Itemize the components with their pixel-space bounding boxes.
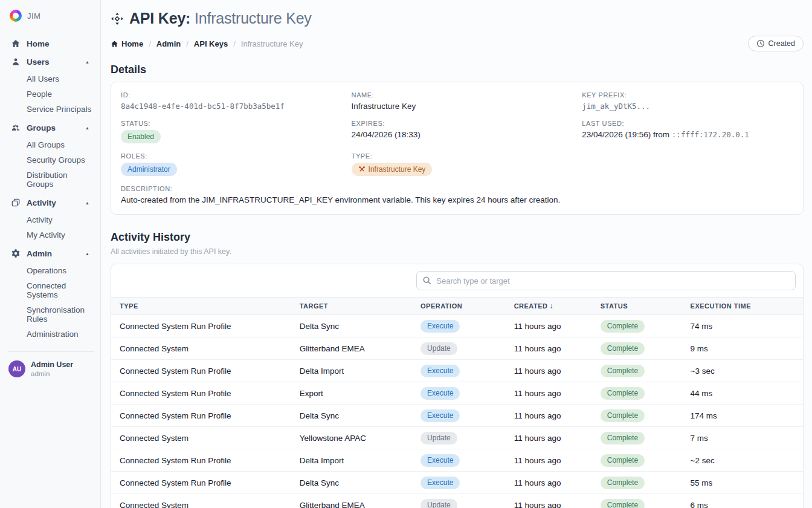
operation-badge: Execute: [420, 320, 460, 333]
sidebar-item-administration[interactable]: Administration: [8, 327, 94, 342]
table-row[interactable]: Connected System Run ProfileDelta Import…: [111, 449, 803, 472]
cell-target: Delta Sync: [291, 472, 412, 494]
cell-target: Delta Import: [291, 449, 412, 472]
key-prefix-value: jim_ak_yDtK5...: [582, 102, 793, 111]
table-row[interactable]: Connected System Run ProfileExportExecut…: [111, 382, 803, 405]
sidebar-item-people[interactable]: People: [8, 86, 94, 102]
cell-type: Connected System Run Profile: [111, 315, 291, 337]
breadcrumb-admin[interactable]: Admin: [156, 39, 181, 48]
breadcrumb: Home / Admin / API Keys / Infrastructure…: [111, 39, 303, 48]
cell-status: Complete: [592, 472, 682, 494]
details-heading: Details: [111, 63, 804, 76]
column-header-operation[interactable]: Operation: [412, 298, 506, 315]
cell-operation: Execute: [412, 382, 506, 405]
sidebar-item-all-users[interactable]: All Users: [8, 71, 94, 86]
move-arrows-icon: [111, 12, 124, 25]
cell-created: 11 hours ago: [506, 315, 592, 337]
breadcrumb-api-keys[interactable]: API Keys: [194, 39, 228, 48]
search-icon: [422, 276, 431, 285]
table-row[interactable]: Connected SystemYellowstone APACUpdate11…: [111, 427, 803, 449]
column-header-target[interactable]: Target: [291, 298, 412, 315]
status-badge: Complete: [601, 365, 645, 377]
sidebar-nav: HomeUsers▲All UsersPeopleService Princip…: [8, 35, 94, 344]
cell-type: Connected System Run Profile: [111, 360, 291, 382]
home-icon: [11, 39, 21, 48]
cell-operation: Execute: [412, 405, 506, 427]
cell-target: Delta Sync: [291, 405, 412, 427]
user-icon: [11, 57, 21, 67]
status-badge: Complete: [601, 477, 645, 489]
cell-created: 11 hours ago: [506, 472, 592, 494]
sidebar-item-connected-systems[interactable]: Connected Systems: [8, 278, 94, 302]
role-badge: Administrator: [121, 163, 177, 176]
sidebar-item-activity[interactable]: Activity▲: [8, 194, 94, 211]
cell-execution-time: 55 ms: [682, 472, 803, 494]
cell-status: Complete: [592, 427, 682, 449]
column-header-status[interactable]: Status: [592, 298, 682, 315]
field-key-prefix: KEY PREFIX: jim_ak_yDtK5...: [582, 91, 793, 111]
sidebar-item-activity[interactable]: Activity: [8, 212, 94, 227]
status-badge: Complete: [601, 454, 645, 467]
cell-type: Connected System: [111, 427, 291, 449]
sidebar-item-users[interactable]: Users▲: [8, 53, 94, 70]
sidebar-user[interactable]: AU Admin User admin: [8, 351, 94, 377]
operation-badge: Update: [420, 432, 457, 444]
cell-target: Delta Sync: [291, 315, 412, 337]
cell-target: Delta Import: [291, 360, 412, 382]
sidebar-item-distribution-groups[interactable]: Distribution Groups: [8, 168, 94, 192]
app-name: JIM: [27, 11, 40, 21]
breadcrumb-row: Home / Admin / API Keys / Infrastructure…: [111, 36, 804, 51]
cell-created: 11 hours ago: [506, 449, 592, 472]
breadcrumb-home[interactable]: Home: [111, 39, 143, 48]
activity-heading: Activity History: [111, 231, 804, 244]
chevron-up-icon: ▲: [85, 201, 92, 205]
field-expires: EXPIRES: 24/04/2026 (18:33): [352, 120, 576, 143]
table-row[interactable]: Connected SystemGlitterband EMEAUpdate11…: [111, 494, 803, 508]
cell-created: 11 hours ago: [506, 382, 592, 405]
field-name: NAME: Infrastructure Key: [352, 91, 576, 111]
field-status: STATUS: Enabled: [121, 120, 346, 143]
table-row[interactable]: Connected System Run ProfileDelta SyncEx…: [111, 315, 803, 337]
sidebar-item-synchronisation-rules[interactable]: Synchronisation Rules: [8, 302, 94, 327]
table-row[interactable]: Connected SystemGlitterband EMEAUpdate11…: [111, 337, 803, 360]
sort-descending-icon: ↓: [549, 302, 553, 310]
field-description: DESCRIPTION: Auto-created from the JIM_I…: [121, 185, 793, 204]
table-row[interactable]: Connected System Run ProfileDelta SyncEx…: [111, 405, 803, 427]
cell-type: Connected System: [111, 494, 291, 508]
status-badge: Complete: [601, 499, 645, 508]
cell-execution-time: 7 ms: [682, 427, 803, 449]
sidebar-item-label: Home: [27, 39, 50, 48]
user-subtitle: admin: [31, 370, 73, 377]
app-logo[interactable]: JIM: [8, 8, 94, 22]
table-header-row: Type Target Operation Created↓ Status Ex…: [111, 298, 803, 315]
cell-execution-time: 74 ms: [682, 315, 803, 337]
sidebar-item-admin[interactable]: Admin▲: [8, 245, 94, 262]
last-used-ip: ::ffff:172.20.0.1: [672, 130, 749, 139]
cell-status: Complete: [592, 449, 682, 472]
sidebar-item-my-activity[interactable]: My Activity: [8, 227, 94, 243]
table-row[interactable]: Connected System Run ProfileDelta SyncEx…: [111, 472, 803, 494]
name-value: Infrastructure Key: [352, 102, 576, 111]
chevron-up-icon: ▲: [85, 252, 92, 256]
cell-type: Connected System Run Profile: [111, 382, 291, 405]
status-badge: Complete: [601, 432, 645, 444]
search-input[interactable]: [416, 271, 796, 290]
sidebar-item-home[interactable]: Home: [8, 35, 94, 52]
column-header-execution-time[interactable]: Execution Time: [682, 298, 803, 315]
cell-status: Complete: [592, 337, 682, 360]
column-header-type[interactable]: Type: [111, 298, 291, 315]
created-status-chip[interactable]: Created: [748, 36, 804, 51]
sidebar-item-all-groups[interactable]: All Groups: [8, 137, 94, 152]
field-type: TYPE: Infrastructure Key: [352, 152, 576, 176]
operation-badge: Execute: [420, 477, 460, 489]
sidebar-item-security-groups[interactable]: Security Groups: [8, 152, 94, 168]
column-header-created[interactable]: Created↓: [506, 298, 592, 315]
sidebar-item-operations[interactable]: Operations: [8, 263, 94, 278]
title-entity-name: Infrastructure Key: [195, 10, 312, 27]
operation-badge: Execute: [420, 387, 460, 400]
cell-type: Connected System Run Profile: [111, 472, 291, 494]
activity-subtitle: All activities initiated by this API key…: [111, 247, 804, 256]
table-row[interactable]: Connected System Run ProfileDelta Import…: [111, 360, 803, 382]
sidebar-item-service-principals[interactable]: Service Principals: [8, 102, 94, 117]
sidebar-item-groups[interactable]: Groups▲: [8, 119, 94, 136]
